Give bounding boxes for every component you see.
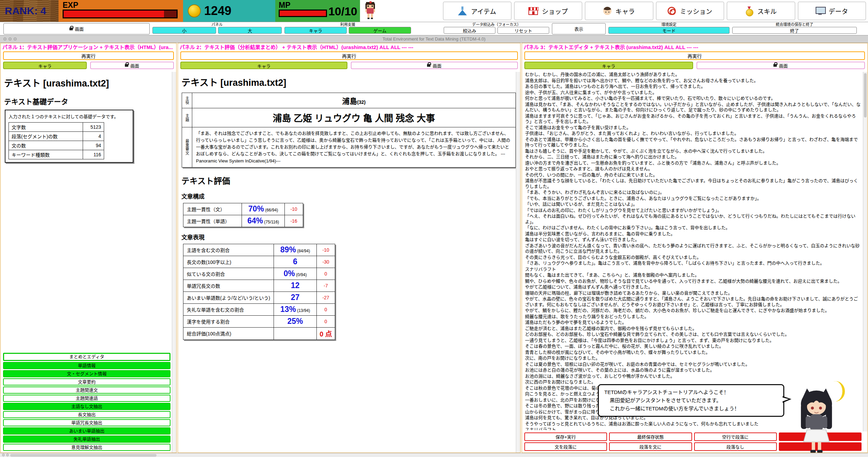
- eval-value-number: 25%: [287, 317, 303, 326]
- screen-button[interactable]: 画面: [697, 62, 865, 69]
- panel-small-button[interactable]: 小: [152, 27, 216, 34]
- scrollbar-thumb[interactable]: [864, 73, 867, 117]
- support-game-button[interactable]: ゲーム: [349, 27, 411, 34]
- eval-row: 主語を含む文の割合89% (84/94)-10: [183, 244, 335, 256]
- eval-value-detail: (13/94): [296, 308, 310, 313]
- story-line: 浦島は半分気味悪く思いながら、言われるままに、亀の背中に乗りました。: [525, 231, 862, 237]
- chara-button[interactable]: キャラ: [180, 62, 347, 69]
- story-line: 浦島太郎は、毎日釣竿を担いでは海へ出かけて、鯛や、鰹などのお魚を釣って、お父さん…: [525, 78, 862, 84]
- screen-button-label: 画面: [130, 62, 139, 69]
- exit-caption: 統合環境の保存と終了: [732, 22, 857, 27]
- exit-button[interactable]: 終了: [732, 27, 857, 34]
- window-dot[interactable]: [9, 37, 12, 41]
- menu-chara-button[interactable]: キャラ: [585, 2, 653, 20]
- chara-button[interactable]: キャラ: [3, 62, 87, 69]
- eval-value-number: 64%: [247, 216, 263, 225]
- focus-filter-button[interactable]: 絞込み: [444, 27, 495, 34]
- menu-shop-button[interactable]: ショップ: [514, 2, 583, 20]
- rerun-button[interactable]: 再実行: [180, 51, 518, 60]
- tool-button[interactable]: 主題関連文: [3, 387, 170, 394]
- panel-large-button[interactable]: 大: [218, 27, 282, 34]
- edit-button[interactable]: 保存+実行: [524, 432, 607, 441]
- window-dot[interactable]: [3, 37, 6, 41]
- text-editor-content[interactable]: むかし、むかし、丹後の国水の江の浦に、浦島太郎という漁師がありました。浦島太郎は…: [525, 72, 862, 430]
- usage-support-caption: 利用支援: [284, 22, 411, 27]
- story-line: ある日の事でした。浦島はいつものとおり海へ出て、一日お魚を釣って、帰ってきました…: [525, 84, 862, 90]
- scroll-right-button[interactable]: [6, 454, 9, 456]
- lock-icon: [427, 64, 430, 67]
- story-line: 「でも、本当にありがとうございました。ときに、浦島さん、あなたはリュウグウをご覧…: [525, 196, 862, 202]
- edit-button[interactable]: 段落を文に: [609, 442, 692, 451]
- eval-value-number: 12: [291, 281, 300, 290]
- panel-2-scrollbar[interactable]: [516, 72, 520, 453]
- eval-label: 似ている文の割合: [183, 268, 274, 280]
- tool-button[interactable]: 失礼単語抽出: [3, 436, 170, 443]
- exit-group: 統合環境の保存と終了 終了: [732, 22, 857, 35]
- environment-caption: 環境設定: [608, 22, 730, 27]
- basic-data-title: テキスト基礎データ: [4, 96, 173, 106]
- flask-icon: [458, 6, 467, 15]
- scroll-left-button[interactable]: [2, 454, 5, 456]
- window-dot[interactable]: [14, 37, 17, 41]
- panel-3-scrollbar[interactable]: [863, 72, 867, 431]
- rerun-button[interactable]: 再実行: [524, 51, 865, 60]
- basic-data-box: 入力された１つのテキストに対しての基礎データです。 文字数5123段落(セグメン…: [5, 110, 133, 163]
- tool-button[interactable]: 主語なし文抽出: [3, 403, 170, 410]
- basic-data-table: 文字数5123段落(セグメント)の数4文の数94キーワード種類数116: [9, 122, 104, 159]
- panel-1-scrollbar[interactable]: [172, 72, 176, 453]
- edit-button[interactable]: 段落なし: [694, 442, 777, 451]
- tool-button[interactable]: 意見理解文抽出: [3, 444, 170, 451]
- panel-3-controls: キャラ 画面: [524, 62, 865, 69]
- story-line: 綺麗な腰元達は、歌をうたったり踊りをおどったりしました。: [525, 314, 862, 320]
- env-mode-button[interactable]: モード: [608, 27, 730, 34]
- window-controls[interactable]: [3, 37, 17, 41]
- story-line: 「さあ、リュウグウへ参りました」。亀はこう言って、浦島を背中から降ろして、「しば…: [525, 261, 862, 266]
- edit-button[interactable]: 最終保存状態: [609, 432, 692, 441]
- eval-row: 単語冗長文の数12-7: [183, 280, 335, 291]
- menu-item-button[interactable]: アイテム: [443, 2, 511, 20]
- tool-button[interactable]: 単語情報: [3, 362, 170, 369]
- stat-label: 文の数: [9, 141, 83, 150]
- menu-data-button[interactable]: データ: [798, 2, 866, 20]
- focus-reset-button[interactable]: リセット: [497, 27, 549, 34]
- scrollbar-thumb[interactable]: [10, 454, 157, 457]
- story-line: そこは春の景色で、一面、ぼうっと霞んだ中に、桜の花が、美しい綾のように咲き乱れて…: [525, 344, 862, 349]
- assistant-character[interactable]: [793, 388, 839, 454]
- scrollbar-arrows[interactable]: [2, 454, 9, 456]
- tool-button[interactable]: まとめとエディタ: [3, 353, 170, 361]
- edit-button[interactable]: 空行で段落に: [694, 432, 777, 441]
- shop-icon: [528, 7, 538, 15]
- tool-button[interactable]: 文・セグメント情報: [3, 370, 170, 377]
- screen-button[interactable]: 画面: [90, 62, 174, 69]
- tool-button[interactable]: あいまい単語抽出: [3, 427, 170, 435]
- story-line: ざあざあいう波の音がだんだん遠くなって、青い青い水の底へ、ただもう夢のように運ば…: [525, 243, 862, 254]
- summary-row-label: 主役: [182, 93, 192, 108]
- screen-lock-button[interactable]: 画面: [3, 23, 150, 34]
- tool-button[interactable]: 文章要約: [3, 378, 170, 385]
- eval-value-detail: (84/94): [296, 249, 310, 253]
- menu-mission-button[interactable]: ミッション: [656, 2, 724, 20]
- screen-button[interactable]: 画面: [351, 62, 518, 69]
- tool-button[interactable]: 単語冗長文抽出: [3, 419, 170, 426]
- story-line: 亀はすぐに白い波を切って、ずんずん泳いで行きました。: [525, 237, 862, 243]
- toolbar-spacer: [414, 22, 441, 35]
- menu-label: アイテム: [471, 6, 496, 16]
- display-button[interactable]: 表示: [552, 23, 606, 34]
- tool-button[interactable]: 長文抽出: [3, 411, 170, 418]
- support-chara-button[interactable]: キャラ: [284, 27, 347, 34]
- rerun-button[interactable]: 再実行: [3, 51, 174, 60]
- tool-button[interactable]: 主題関連語: [3, 395, 170, 402]
- story-line: その代り、いつの間にか、一匹の亀が、舟のそばに来ていました。: [525, 172, 862, 178]
- exp-progress-bar: [63, 10, 178, 18]
- menu-skill-button[interactable]: スキル: [727, 2, 795, 20]
- eval-value: 25%: [274, 315, 317, 327]
- chara-button[interactable]: キャラ: [524, 62, 693, 69]
- summary-row-label: 主題: [182, 108, 192, 127]
- menu-label: ショップ: [542, 6, 568, 16]
- edit-button[interactable]: 文を段落に: [524, 442, 607, 451]
- horizontal-scrollbar[interactable]: [0, 453, 868, 457]
- panel-2: パネル 2：テキスト評価（分析結果まとめ） + テキスト表示（HTML）(ura…: [178, 43, 521, 453]
- stat-row: 段落(セグメント)の数4: [9, 132, 104, 141]
- story-line: どのお部屋も、どのお部屋も、珍しい宝石や綺麗な貝で飾り立てられて、その美しさは、…: [525, 332, 862, 337]
- eval-score: 0: [317, 315, 335, 327]
